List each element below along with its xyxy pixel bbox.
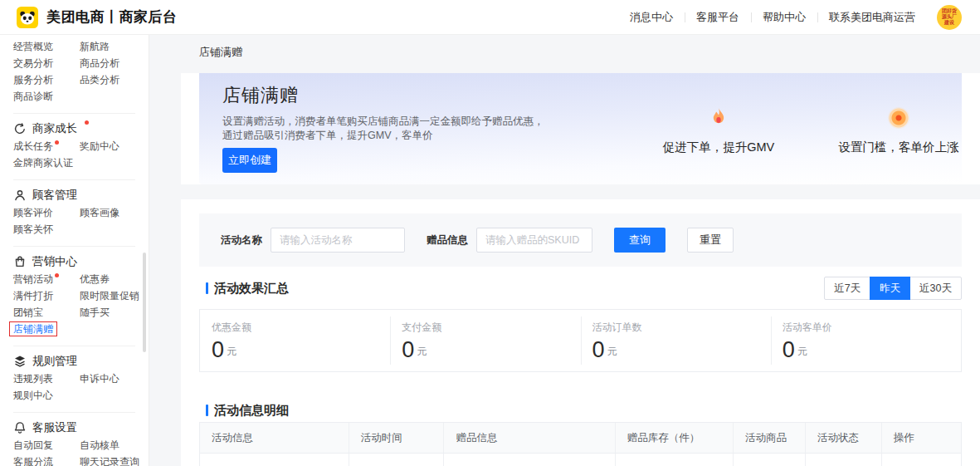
stat-activity-orders: 活动订单数 0元	[581, 310, 771, 371]
sidebar-item-flash-promo[interactable]: 限时限量促销	[80, 287, 149, 304]
search-button[interactable]: 查询	[614, 228, 666, 253]
sidebar-group-rules: 违规列表 申诉中心 规则中心	[0, 370, 149, 404]
summary-section-title: 活动效果汇总	[206, 277, 289, 300]
content-card: 活动名称 赠品信息 查询 重置 活动效果汇总 近7天 昨天 近30天 优惠金额 …	[181, 199, 980, 466]
activity-name-label: 活动名称	[221, 233, 262, 248]
sidebar-item-reward-center[interactable]: 奖励中心	[80, 138, 149, 155]
sidebar-group-service: 自动回复 自动核单 客服分流 聊天记录查询	[0, 437, 149, 466]
hero-description: 设置满赠活动，消费者单笔购买店铺商品满一定金额即给予赠品优惠， 通过赠品吸引消费…	[222, 115, 544, 143]
sidebar-section-customer-management[interactable]: 顾客管理	[0, 185, 149, 204]
sidebar-divider	[13, 346, 135, 346]
stat-discount-amount: 优惠金额 0元	[200, 310, 390, 371]
sidebar-item-product-diagnosis[interactable]: 商品诊断	[13, 88, 80, 105]
sidebar-item-business-overview[interactable]: 经营概览	[13, 38, 80, 55]
tab-yesterday[interactable]: 昨天	[870, 277, 910, 300]
sidebar-group-customer: 顾客评价 顾客画像 顾客关怀	[0, 204, 149, 238]
logo-title: 美团电商丨商家后台	[46, 7, 178, 27]
hero-card: 店铺满赠 设置满赠活动，消费者单笔购买店铺商品满一定金额即给予赠品优惠， 通过赠…	[181, 73, 980, 184]
growth-icon	[13, 122, 27, 135]
activity-name-input[interactable]	[271, 228, 405, 253]
tab-last-7-days[interactable]: 近7天	[824, 277, 870, 300]
sidebar-item-rule-center[interactable]: 规则中心	[13, 387, 80, 404]
sidebar: 经营概览 新航路 交易分析 商品分析 服务分析 品类分析 商品诊断 商家成长 成…	[0, 35, 149, 466]
breadcrumb: 店铺满赠	[199, 45, 242, 60]
marketing-icon	[13, 255, 27, 268]
sidebar-item-violation-list[interactable]: 违规列表	[13, 370, 80, 387]
sidebar-item-product-analysis[interactable]: 商品分析	[80, 55, 149, 71]
col-activity-product: 活动商品	[733, 423, 805, 453]
gift-info-label: 赠品信息	[427, 233, 468, 248]
stats-summary-box: 优惠金额 0元 支付金额 0元 活动订单数 0元 活动客单价 0元	[199, 309, 962, 372]
sidebar-item-group-sale[interactable]: 团销宝	[13, 304, 80, 321]
brand-logo[interactable]: 美团电商丨商家后台	[17, 7, 178, 28]
sidebar-item-gold-merchant-cert[interactable]: 金牌商家认证	[13, 155, 80, 171]
sidebar-scrollbar[interactable]	[143, 253, 146, 352]
col-activity-info: 活动信息	[200, 423, 349, 453]
sidebar-item-growth-task[interactable]: 成长任务	[13, 138, 80, 155]
rules-icon	[13, 355, 27, 368]
sidebar-item-customer-care[interactable]: 顾客关怀	[13, 221, 80, 238]
sidebar-group-marketing: 营销活动 优惠券 满件打折 限时限量促销 团销宝 随手买 店铺满赠	[0, 271, 149, 337]
sidebar-item-trade-analysis[interactable]: 交易分析	[13, 55, 80, 71]
sidebar-item-new-route[interactable]: 新航路	[80, 38, 149, 55]
app-window: 美团电商丨商家后台 消息中心 客服平台 帮助中心 联系美团电商运营 团好货 源头…	[0, 0, 980, 466]
col-activity-status: 活动状态	[805, 423, 881, 453]
sidebar-section-rules-management[interactable]: 规则管理	[0, 351, 149, 370]
sidebar-section-service-settings[interactable]: 客服设置	[0, 418, 149, 437]
notification-dot	[55, 140, 59, 145]
sidebar-divider	[13, 412, 135, 413]
sidebar-item-chat-log-query[interactable]: 聊天记录查询	[80, 454, 149, 466]
date-range-tabs: 近7天 昨天 近30天	[824, 277, 962, 300]
tab-last-30-days[interactable]: 近30天	[909, 277, 962, 300]
col-activity-time: 活动时间	[349, 423, 444, 453]
hero-banner: 店铺满赠 设置满赠活动，消费者单笔购买店铺商品满一定金额即给予赠品优惠， 通过赠…	[199, 73, 962, 184]
sidebar-group-overview: 经营概览 新航路 交易分析 商品分析 服务分析 品类分析 商品诊断	[0, 38, 149, 105]
sidebar-item-appeal-center[interactable]: 申诉中心	[80, 370, 149, 387]
notification-dot	[85, 120, 89, 125]
col-actions: 操作	[881, 423, 961, 453]
sidebar-item-coupon[interactable]: 优惠券	[80, 271, 149, 287]
stat-avg-order-value: 活动客单价 0元	[771, 310, 961, 371]
sidebar-item-store-full-gift[interactable]: 店铺满赠	[13, 321, 80, 337]
filter-bar: 活动名称 赠品信息 查询 重置	[199, 213, 962, 267]
sidebar-divider	[13, 179, 135, 180]
sidebar-section-merchant-growth[interactable]: 商家成长	[0, 119, 149, 138]
customer-icon	[13, 189, 27, 202]
sidebar-divider	[13, 246, 135, 247]
avatar[interactable]: 团好货 源头厂 建设	[937, 5, 962, 30]
target-icon	[824, 106, 973, 130]
panda-logo-icon	[17, 7, 38, 28]
active-item-highlight-box: 店铺满赠	[9, 321, 57, 336]
sidebar-section-marketing-center[interactable]: 营销中心	[0, 252, 149, 271]
sidebar-item-service-routing[interactable]: 客服分流	[13, 454, 80, 466]
nav-message-center[interactable]: 消息中心	[618, 10, 685, 25]
sidebar-divider	[13, 113, 135, 114]
nav-contact-operations[interactable]: 联系美团电商运营	[817, 10, 927, 25]
sidebar-item-customer-review[interactable]: 顾客评价	[13, 204, 80, 221]
stat-paid-amount: 支付金额 0元	[390, 310, 580, 371]
activity-detail-table: 活动信息 活动时间 赠品信息 赠品库存（件） 活动商品 活动状态 操作	[199, 422, 962, 466]
sidebar-item-easy-buy[interactable]: 随手买	[80, 304, 149, 321]
top-header: 美团电商丨商家后台 消息中心 客服平台 帮助中心 联系美团电商运营 团好货 源头…	[0, 0, 980, 35]
sidebar-item-customer-portrait[interactable]: 顾客画像	[80, 204, 149, 221]
create-now-button[interactable]: 立即创建	[222, 148, 277, 173]
sidebar-group-growth: 成长任务 奖励中心 金牌商家认证	[0, 138, 149, 171]
bell-icon	[13, 421, 27, 434]
sidebar-item-marketing-activity[interactable]: 营销活动	[13, 271, 80, 287]
col-gift-stock: 赠品库存（件）	[615, 423, 733, 453]
feature-promote-orders: 促进下单，提升GMV	[644, 106, 793, 155]
page-title: 店铺满赠	[222, 83, 299, 108]
main-content: 店铺满赠 店铺满赠 设置满赠活动，消费者单笔购买店铺商品满一定金额即给予赠品优惠…	[149, 35, 980, 466]
col-gift-info: 赠品信息	[443, 423, 614, 453]
sidebar-item-quantity-discount[interactable]: 满件打折	[13, 287, 80, 304]
sidebar-item-category-analysis[interactable]: 品类分析	[80, 71, 149, 88]
nav-service-platform[interactable]: 客服平台	[685, 10, 751, 25]
nav-help-center[interactable]: 帮助中心	[751, 10, 817, 25]
gift-skuid-input[interactable]	[476, 228, 592, 253]
sidebar-item-auto-check-order[interactable]: 自动核单	[80, 437, 149, 454]
detail-section-title: 活动信息明细	[206, 399, 289, 422]
sidebar-item-auto-reply[interactable]: 自动回复	[13, 437, 80, 454]
top-nav: 消息中心 客服平台 帮助中心 联系美团电商运营	[618, 10, 927, 25]
reset-button[interactable]: 重置	[687, 228, 734, 253]
sidebar-item-service-analysis[interactable]: 服务分析	[13, 71, 80, 88]
